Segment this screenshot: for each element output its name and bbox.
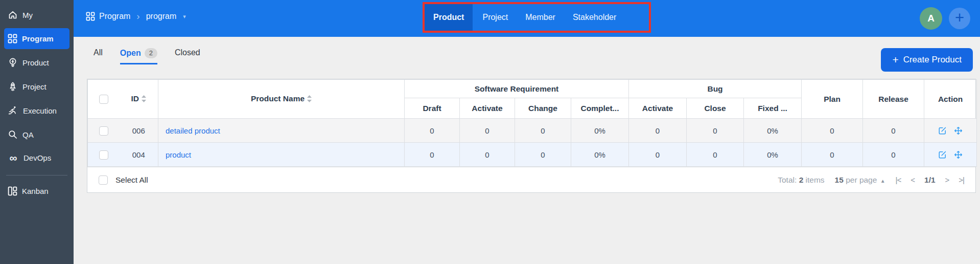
- total-label: Total:: [778, 175, 797, 184]
- cell-bug-activate: 0: [629, 119, 687, 143]
- main-content: All Open 2 Closed + Create Product: [74, 37, 980, 264]
- filter-tab-closed[interactable]: Closed: [175, 48, 200, 63]
- rocket-icon: [8, 81, 18, 92]
- move-icon[interactable]: [953, 126, 963, 136]
- sidebar: My Program Product Project Execution QA …: [0, 0, 74, 264]
- product-name-link[interactable]: detailed product: [166, 126, 220, 135]
- row-checkbox[interactable]: [99, 150, 108, 160]
- select-all-label: Select All: [115, 175, 148, 185]
- cell-release: 0: [863, 143, 924, 167]
- sidebar-item-qa[interactable]: QA: [4, 124, 69, 145]
- edit-icon[interactable]: [938, 150, 947, 160]
- row-checkbox-cell: [88, 119, 120, 143]
- cell-draft: 0: [405, 143, 460, 167]
- select-all-checkbox[interactable]: [99, 175, 108, 185]
- subheader-bug-close: Close: [687, 98, 744, 119]
- sort-icon: [142, 95, 146, 104]
- sidebar-item-kanban[interactable]: Kanban: [4, 181, 69, 202]
- move-icon[interactable]: [953, 150, 963, 160]
- cell-sw-activate: 0: [460, 119, 515, 143]
- tab-project[interactable]: Project: [475, 4, 516, 31]
- tab-label: Stakeholder: [573, 13, 616, 22]
- column-header-release: Release: [863, 80, 924, 119]
- prev-page-button[interactable]: <: [911, 175, 915, 184]
- column-header-label: Product Name: [251, 94, 305, 103]
- row-id: 006: [120, 119, 158, 143]
- sidebar-item-program[interactable]: Program: [4, 28, 69, 49]
- caret-up-icon: ▲: [880, 178, 885, 184]
- cell-plan: 0: [802, 143, 863, 167]
- product-table-card: ID Product Name Software Requirement Bug…: [87, 79, 976, 193]
- cell-change: 0: [515, 119, 571, 143]
- tab-stakeholder[interactable]: Stakeholder: [565, 4, 624, 31]
- last-page-button[interactable]: >|: [959, 175, 964, 184]
- sidebar-item-my[interactable]: My: [4, 4, 69, 26]
- cell-action: [924, 143, 977, 167]
- home-icon: [8, 10, 18, 20]
- sidebar-item-label: Project: [22, 82, 46, 91]
- edit-icon[interactable]: [938, 126, 947, 136]
- sidebar-item-label: Product: [22, 58, 49, 67]
- row-id: 004: [120, 143, 158, 167]
- runner-icon: [8, 105, 18, 116]
- infinity-icon: ∞: [8, 155, 19, 162]
- total-count: 2: [799, 175, 804, 184]
- column-header-id[interactable]: ID: [120, 80, 158, 119]
- sidebar-divider: [6, 175, 67, 175]
- cell-completion: 0%: [571, 143, 629, 167]
- subheader-draft: Draft: [405, 98, 460, 119]
- column-header-product-name[interactable]: Product Name: [158, 80, 405, 119]
- open-count-badge: 2: [145, 48, 157, 58]
- sidebar-item-project[interactable]: Project: [4, 76, 69, 97]
- breadcrumb-program[interactable]: Program: [86, 12, 130, 21]
- cell-bug-close: 0: [687, 119, 744, 143]
- filter-tabs: All Open 2 Closed: [94, 48, 200, 64]
- cell-draft: 0: [405, 119, 460, 143]
- filter-tab-label: Closed: [175, 48, 200, 57]
- subheader-activate: Activate: [460, 98, 515, 119]
- chevron-right-icon: ›: [135, 11, 141, 22]
- page-size-select[interactable]: 15 per page ▲: [835, 175, 885, 185]
- filter-tab-label: All: [94, 48, 103, 57]
- sidebar-item-devops[interactable]: ∞ DevOps: [4, 148, 69, 168]
- cell-sw-activate: 0: [460, 143, 515, 167]
- table-footer: Select All Total: 2 items 15 per page ▲ …: [87, 167, 975, 192]
- lightbulb-icon: [8, 57, 18, 68]
- next-page-button[interactable]: >: [945, 175, 949, 184]
- product-name-link[interactable]: product: [166, 150, 191, 159]
- table-row: 004 product 0 0 0 0% 0 0 0% 0 0: [88, 143, 977, 167]
- tab-member[interactable]: Member: [518, 4, 563, 31]
- tab-label: Project: [482, 13, 508, 22]
- page-indicator: 1/1: [924, 175, 936, 185]
- sidebar-item-execution[interactable]: Execution: [4, 100, 69, 121]
- pagination: Total: 2 items 15 per page ▲ |< < 1/1 > …: [778, 175, 964, 185]
- header-checkbox[interactable]: [99, 95, 108, 104]
- cell-bug-close: 0: [687, 143, 744, 167]
- cell-bug-fixed: 0%: [744, 143, 802, 167]
- create-product-button[interactable]: + Create Product: [881, 48, 973, 72]
- sidebar-item-product[interactable]: Product: [4, 52, 69, 73]
- kanban-icon: [8, 186, 17, 196]
- total-items-label: items: [806, 175, 825, 184]
- filter-tab-all[interactable]: All: [94, 48, 103, 63]
- global-add-button[interactable]: +: [949, 8, 970, 29]
- cell-bug-fixed: 0%: [744, 119, 802, 143]
- avatar[interactable]: A: [920, 7, 942, 30]
- breadcrumb: Program › program ▾: [86, 0, 186, 33]
- total-items: Total: 2 items: [778, 175, 824, 185]
- row-checkbox[interactable]: [99, 126, 108, 136]
- topbar: Program › program ▾ Product Project Memb…: [74, 0, 980, 37]
- sidebar-item-label: Execution: [23, 106, 57, 115]
- cell-plan: 0: [802, 119, 863, 143]
- first-page-button[interactable]: |<: [896, 175, 901, 184]
- filter-tab-open[interactable]: Open 2: [120, 48, 157, 64]
- group-header-bug: Bug: [629, 80, 802, 98]
- subheader-bug-activate: Activate: [629, 98, 687, 119]
- grid-icon: [8, 34, 17, 43]
- chevron-down-icon: ▾: [183, 13, 186, 20]
- tab-label: Product: [433, 13, 464, 22]
- tab-label: Member: [525, 13, 555, 22]
- breadcrumb-current[interactable]: program ▾: [146, 12, 186, 21]
- tab-product[interactable]: Product: [425, 4, 473, 31]
- sidebar-item-label: Program: [22, 34, 54, 43]
